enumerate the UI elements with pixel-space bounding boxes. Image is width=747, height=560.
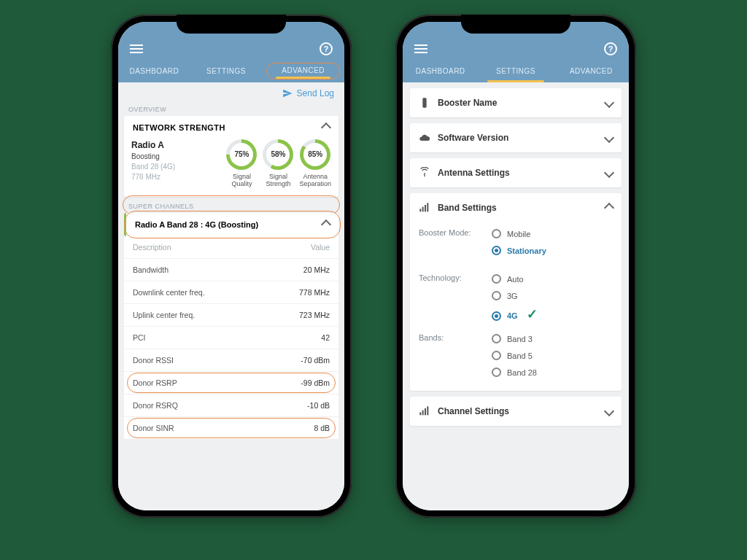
channel-title: Radio A Band 28 : 4G (Boosting) xyxy=(135,220,258,229)
menu-icon[interactable] xyxy=(130,42,143,55)
radio-label: Band 3 xyxy=(507,335,533,343)
radio-icon xyxy=(492,229,501,238)
help-icon[interactable]: ? xyxy=(320,42,333,55)
menu-icon[interactable] xyxy=(414,42,427,55)
screen-right: ? DASHBOARD SETTINGS ADVANCED Booster Na… xyxy=(403,22,629,510)
accordion-header[interactable]: Antenna Settings xyxy=(410,158,622,187)
help-icon[interactable]: ? xyxy=(604,42,617,55)
radio-option[interactable]: 4G✓ xyxy=(492,304,613,327)
radio-label: Band 28 xyxy=(507,368,537,377)
radio-icon xyxy=(492,351,501,360)
channel-header[interactable]: Radio A Band 28 : 4G (Boosting) xyxy=(124,213,338,236)
phone-right: ? DASHBOARD SETTINGS ADVANCED Booster Na… xyxy=(395,15,636,518)
svg-rect-3 xyxy=(425,205,426,211)
gauge: 75%SignalQuality xyxy=(226,139,257,188)
radio-option[interactable]: Band 5 xyxy=(492,347,613,364)
svg-rect-6 xyxy=(422,411,424,416)
radio-freq: 778 MHz xyxy=(131,172,175,182)
bars-icon xyxy=(419,405,430,417)
radio-icon xyxy=(492,274,501,284)
row-value: 8 dB xyxy=(314,424,330,432)
accordion-item: Software Version xyxy=(410,123,622,152)
radio-option[interactable]: Band 28 xyxy=(492,364,613,381)
tab-bar: DASHBOARD SETTINGS ADVANCED xyxy=(403,61,629,82)
band-settings-body: Booster Mode:MobileStationaryTechnology:… xyxy=(410,222,622,391)
row-value: 723 MHz xyxy=(299,311,330,319)
radio-label: Band 5 xyxy=(507,351,533,360)
row-key: Downlink center freq. xyxy=(133,288,205,297)
antenna-icon xyxy=(419,167,430,179)
content-right: Booster NameSoftware VersionAntenna Sett… xyxy=(403,82,629,510)
row-key: Donor RSRQ xyxy=(133,401,178,410)
table-row: Uplink center freq.723 MHz xyxy=(124,304,338,327)
radio-option[interactable]: Mobile xyxy=(492,225,613,242)
row-key: Bandwidth xyxy=(133,265,169,274)
send-icon xyxy=(282,88,293,98)
row-key: Donor RSRP xyxy=(133,378,177,387)
channel-table: Description Value Bandwidth20 MHzDownlin… xyxy=(124,236,338,440)
accordion-item: Channel Settings xyxy=(410,397,622,426)
radio-label: Auto xyxy=(507,275,524,284)
accordion-header[interactable]: Software Version xyxy=(410,123,622,152)
radio-icon xyxy=(492,311,501,321)
tab-bar: DASHBOARD SETTINGS ADVANCED xyxy=(118,61,344,82)
radio-option[interactable]: 3G xyxy=(492,287,613,304)
bands-label: Bands: xyxy=(419,330,477,342)
table-row: Donor SINR8 dB xyxy=(124,417,338,440)
row-value: 778 MHz xyxy=(299,288,330,297)
network-strength-card: NETWORK STRENGTH Radio A Boosting Band 2… xyxy=(124,116,338,197)
svg-rect-0 xyxy=(422,98,426,107)
tab-dashboard[interactable]: DASHBOARD xyxy=(403,61,478,82)
svg-rect-1 xyxy=(419,209,421,211)
tab-advanced[interactable]: ADVANCED xyxy=(554,61,629,82)
table-row: Bandwidth20 MHz xyxy=(124,259,338,281)
device-icon xyxy=(419,97,430,109)
chevron-up-icon xyxy=(321,122,331,133)
accordion-label: Channel Settings xyxy=(438,406,509,416)
svg-rect-2 xyxy=(422,207,424,212)
send-log-link[interactable]: Send Log xyxy=(118,82,344,100)
table-header: Description Value xyxy=(124,236,338,259)
send-log-label: Send Log xyxy=(297,88,334,98)
accordion-header[interactable]: Booster Name xyxy=(410,88,622,117)
radio-option[interactable]: Band 3 xyxy=(492,330,613,347)
technology-label: Technology: xyxy=(419,271,477,282)
screen-left: ? DASHBOARD SETTINGS ADVANCED Send Log O… xyxy=(118,22,344,510)
svg-rect-4 xyxy=(427,203,428,211)
radio-band: Band 28 (4G) xyxy=(131,162,175,172)
table-row: Donor RSRP-99 dBm xyxy=(124,372,338,394)
tab-dashboard[interactable]: DASHBOARD xyxy=(118,61,190,82)
accordion-label: Software Version xyxy=(438,133,508,143)
accordion-label: Band Settings xyxy=(438,203,497,213)
radio-option[interactable]: Stationary xyxy=(492,242,613,259)
tab-advanced[interactable]: ADVANCED xyxy=(266,63,340,79)
table-row: Donor RSRQ-10 dB xyxy=(124,394,338,417)
radio-label: 3G xyxy=(507,292,518,300)
phone-notch xyxy=(177,15,286,34)
network-strength-title: NETWORK STRENGTH xyxy=(133,123,225,132)
accordion-header[interactable]: Band Settings xyxy=(410,193,622,222)
accordion-label: Booster Name xyxy=(438,98,497,108)
table-row: Donor RSSI-70 dBm xyxy=(124,349,338,372)
gauge: 85%AntennaSeparation xyxy=(299,139,331,188)
tab-settings[interactable]: SETTINGS xyxy=(190,61,263,82)
row-key: PCI xyxy=(133,333,146,342)
accordion-header[interactable]: Channel Settings xyxy=(410,397,622,426)
check-icon: ✓ xyxy=(527,306,538,322)
bars-icon xyxy=(419,202,430,214)
radio-label: 4G xyxy=(507,311,518,320)
accordion-item: Antenna Settings xyxy=(410,158,622,187)
row-value: -70 dBm xyxy=(301,356,330,365)
radio-status: Boosting xyxy=(131,152,175,162)
table-row: PCI42 xyxy=(124,327,338,349)
tab-settings[interactable]: SETTINGS xyxy=(478,61,553,82)
row-key: Donor SINR xyxy=(133,424,174,432)
radio-option[interactable]: Auto xyxy=(492,271,613,287)
cloud-icon xyxy=(419,132,430,144)
row-key: Donor RSSI xyxy=(133,356,174,365)
super-channels-label: SUPER CHANNELS xyxy=(118,197,344,213)
radio-icon xyxy=(492,246,501,255)
network-strength-header[interactable]: NETWORK STRENGTH xyxy=(124,116,338,136)
radio-label: Stationary xyxy=(507,246,546,255)
phone-notch xyxy=(461,15,570,34)
